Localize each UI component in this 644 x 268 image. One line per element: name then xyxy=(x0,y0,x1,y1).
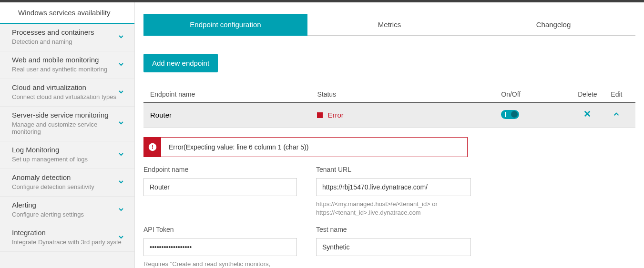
label-tenant-url: Tenant URL xyxy=(316,166,471,173)
onoff-toggle[interactable] xyxy=(501,110,519,119)
cell-edit xyxy=(604,110,629,120)
error-box: ! Error(Expecting value: line 6 column 1… xyxy=(143,137,468,157)
sidebar-item-sub: Configure detection sensitivity xyxy=(12,183,123,190)
collapse-icon[interactable] xyxy=(612,112,621,120)
cell-delete xyxy=(571,109,604,120)
field-tenant-url: Tenant URL https://<my.managed.host>/e/<… xyxy=(316,166,471,217)
sidebar-item-label: Windows services availability xyxy=(18,9,123,17)
main: Endpoint configuration Metrics Changelog… xyxy=(135,2,644,268)
sidebar-item-label: Server-side service monitoring xyxy=(12,111,123,119)
field-test-name: Test name xyxy=(316,226,471,268)
sidebar-item-serverside[interactable]: Server-side service monitoring Manage an… xyxy=(0,107,134,141)
sidebar-item-sub: Detection and naming xyxy=(12,38,123,45)
sidebar-item-log[interactable]: Log Monitoring Set up management of logs xyxy=(0,141,134,169)
table-header-row: Endpoint name Status On/Off Delete Edit xyxy=(143,87,635,103)
sidebar-item-web-mobile[interactable]: Web and mobile monitoring Real user and … xyxy=(0,51,134,79)
sidebar-item-label: Processes and containers xyxy=(12,28,123,36)
sidebar-item-anomaly[interactable]: Anomaly detection Configure detection se… xyxy=(0,169,134,197)
cell-status: Error xyxy=(317,111,501,119)
sidebar-item-sub: Real user and synthetic monitoring xyxy=(12,66,123,73)
chevron-down-icon xyxy=(117,60,125,70)
endpoint-table: Endpoint name Status On/Off Delete Edit … xyxy=(143,87,635,128)
table-row: Router Error xyxy=(143,103,635,128)
sidebar-item-label: Anomaly detection xyxy=(12,173,123,181)
hint-api-token: Requires "Create and read synthetic moni… xyxy=(143,260,297,268)
tab-changelog[interactable]: Changelog xyxy=(471,14,635,36)
chevron-down-icon xyxy=(117,178,125,188)
sidebar-item-alerting[interactable]: Alerting Configure alerting settings xyxy=(0,197,134,224)
sidebar-item-label: Alerting xyxy=(12,201,123,209)
chevron-down-icon xyxy=(117,88,125,98)
sidebar-item-label: Web and mobile monitoring xyxy=(12,56,123,64)
chevron-down-icon xyxy=(117,119,125,129)
field-api-token: API Token Requires "Create and read synt… xyxy=(143,226,297,268)
tab-metrics[interactable]: Metrics xyxy=(307,14,471,36)
sidebar-item-sub: Integrate Dynatrace with 3rd party syste xyxy=(12,238,123,246)
error-badge-icon: ! xyxy=(144,138,161,157)
add-endpoint-button[interactable]: Add new endpoint xyxy=(143,54,218,72)
chevron-down-icon xyxy=(117,33,125,42)
chevron-down-icon xyxy=(117,206,125,215)
sidebar-item-label: Integration xyxy=(12,228,123,237)
input-api-token[interactable] xyxy=(143,238,297,256)
layout: Windows services availability Processes … xyxy=(0,2,644,268)
th-status: Status xyxy=(317,90,501,98)
label-endpoint-name: Endpoint name xyxy=(143,166,297,173)
input-tenant-url[interactable] xyxy=(316,178,471,196)
th-delete: Delete xyxy=(571,90,604,98)
label-test-name: Test name xyxy=(316,226,471,233)
sidebar-item-sub: Connect cloud and virtualization types xyxy=(12,93,123,100)
delete-icon[interactable] xyxy=(583,109,592,120)
status-text: Error xyxy=(327,111,343,119)
error-square-icon xyxy=(317,112,323,118)
sidebar-item-integration[interactable]: Integration Integrate Dynatrace with 3rd… xyxy=(0,224,134,252)
sidebar-item-windows-services[interactable]: Windows services availability xyxy=(0,2,134,24)
tab-endpoint-config[interactable]: Endpoint configuration xyxy=(143,14,307,36)
cell-onoff xyxy=(501,110,571,120)
sidebar-item-processes[interactable]: Processes and containers Detection and n… xyxy=(0,24,134,51)
input-test-name[interactable] xyxy=(316,238,471,256)
th-onoff: On/Off xyxy=(501,90,571,98)
sidebar: Windows services availability Processes … xyxy=(0,2,135,268)
sidebar-item-label: Log Monitoring xyxy=(12,146,123,154)
svg-text:!: ! xyxy=(152,144,153,150)
cell-name: Router xyxy=(150,111,317,119)
field-endpoint-name: Endpoint name xyxy=(143,166,297,217)
sidebar-item-sub: Set up management of logs xyxy=(12,156,123,163)
sidebar-item-label: Cloud and virtualization xyxy=(12,83,123,91)
sidebar-item-sub: Manage and customize service monitoring xyxy=(12,121,123,135)
label-api-token: API Token xyxy=(143,226,297,233)
tabs: Endpoint configuration Metrics Changelog xyxy=(143,14,635,36)
th-edit: Edit xyxy=(604,90,629,98)
input-endpoint-name[interactable] xyxy=(143,178,297,196)
sidebar-item-sub: Configure alerting settings xyxy=(12,211,123,218)
error-message: Error(Expecting value: line 6 column 1 (… xyxy=(161,138,316,157)
sidebar-item-cloud[interactable]: Cloud and virtualization Connect cloud a… xyxy=(0,79,134,107)
chevron-down-icon xyxy=(117,150,125,160)
endpoint-detail: ! Error(Expecting value: line 6 column 1… xyxy=(143,128,635,268)
hint-tenant-url: https://<my.managed.host>/e/<tenant_id> … xyxy=(316,200,471,217)
chevron-down-icon xyxy=(117,233,125,243)
th-name: Endpoint name xyxy=(150,90,317,98)
